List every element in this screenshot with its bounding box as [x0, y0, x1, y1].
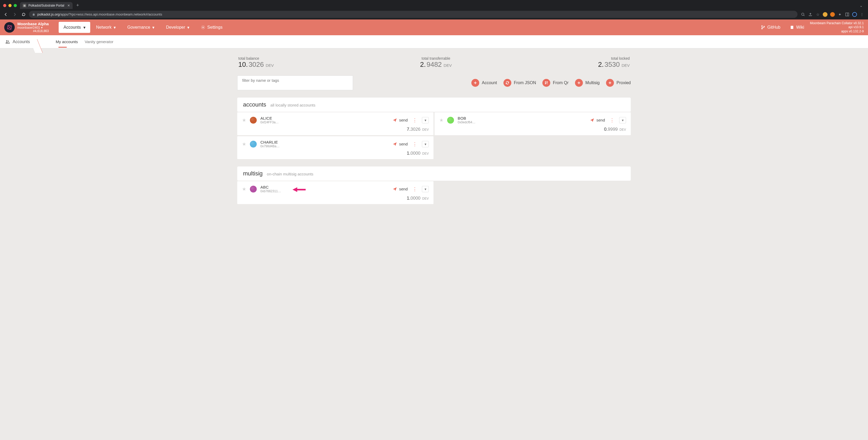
chrome-menu-icon[interactable]: ⋮	[860, 12, 864, 17]
share-icon[interactable]	[808, 12, 813, 17]
menu-icon[interactable]: ⋮	[411, 117, 418, 123]
account-card-alice: ★ ALICE 0xf24FF3a… send ⋮ ▾	[237, 112, 433, 135]
send-button[interactable]: send	[393, 118, 408, 122]
block-number: #4,618,863	[18, 29, 49, 33]
nav-forward-icon[interactable]	[11, 11, 19, 18]
nav-wiki[interactable]: Wiki	[786, 20, 808, 35]
multisig-grid: ★ ABC 0xb7662311… send ⋮ ▾	[237, 181, 631, 204]
avatar-icon	[250, 117, 257, 124]
multisig-button[interactable]: Multisig	[575, 79, 600, 87]
account-balance: 1.0000 DEV	[242, 148, 429, 156]
nav-back-icon[interactable]	[2, 11, 9, 18]
send-button[interactable]: send	[590, 118, 605, 122]
new-tab-button[interactable]: +	[74, 2, 81, 9]
svg-point-24	[8, 40, 9, 41]
annotation-arrow-icon	[292, 186, 306, 193]
svg-line-16	[204, 28, 205, 29]
extension-metamask-icon[interactable]	[830, 12, 835, 17]
chain-sub: moonbase/2401 ▾	[18, 26, 49, 29]
gear-icon	[201, 25, 205, 29]
zoom-icon[interactable]	[801, 12, 805, 17]
section-subtitle: on-chain multisig accounts	[267, 172, 313, 176]
tab-overflow-icon[interactable]: ⌄	[857, 3, 866, 8]
close-window[interactable]	[3, 4, 6, 7]
extension-polkadot-icon[interactable]	[823, 12, 828, 17]
avatar-icon	[250, 186, 257, 192]
breadcrumb[interactable]: Accounts	[5, 39, 36, 44]
account-name: ALICE	[260, 116, 279, 121]
version-info: Moonbeam Parachain Collator v0.32.1 api …	[810, 21, 864, 34]
menu-icon[interactable]: ⋮	[609, 117, 616, 123]
favorite-star-icon[interactable]: ★	[439, 117, 443, 123]
favorite-star-icon[interactable]: ★	[242, 186, 246, 192]
nav-developer[interactable]: Developer▾	[160, 20, 195, 35]
menu-icon[interactable]: ⋮	[411, 141, 418, 147]
profile-avatar-icon[interactable]	[852, 12, 857, 17]
from-qr-button[interactable]: From Qr	[542, 79, 569, 87]
sub-nav: Accounts My accounts Vanity generator	[0, 35, 868, 49]
svg-rect-27	[545, 82, 546, 83]
nav-network[interactable]: Network▾	[90, 20, 122, 35]
send-button[interactable]: send	[393, 142, 408, 146]
book-icon	[790, 25, 794, 29]
nav-accounts[interactable]: Accounts ▾	[59, 22, 90, 33]
toolbar-icons: ☆ ✦ ⋮	[799, 12, 866, 17]
svg-rect-31	[547, 84, 548, 84]
avatar-icon	[447, 117, 454, 124]
favorite-star-icon[interactable]: ★	[242, 117, 246, 123]
expand-toggle[interactable]: ▾	[619, 117, 626, 123]
svg-rect-22	[791, 26, 793, 29]
maximize-window[interactable]	[14, 4, 17, 7]
send-icon	[393, 142, 397, 146]
tab-close-icon[interactable]: ✕	[67, 4, 70, 7]
account-card-charlie: ★ CHARLIE 0x798d4Ba… send ⋮ ▾	[237, 136, 433, 159]
qr-icon	[542, 79, 550, 87]
send-button[interactable]: send	[393, 187, 408, 191]
account-address: 0xb7662311…	[260, 189, 281, 193]
minimize-window[interactable]	[8, 4, 11, 7]
svg-line-15	[202, 26, 202, 27]
panel-icon[interactable]	[845, 12, 849, 17]
send-icon	[393, 187, 397, 191]
svg-point-20	[762, 28, 763, 29]
svg-rect-28	[547, 82, 548, 83]
url-field[interactable]: polkadot.js.org/apps/?rpc=wss://wss.api.…	[29, 11, 798, 18]
bookmark-star-icon[interactable]: ☆	[815, 12, 820, 17]
account-name: CHARLIE	[260, 140, 280, 145]
expand-toggle[interactable]: ▾	[422, 186, 429, 192]
plus-icon	[471, 79, 479, 87]
tab-my-accounts[interactable]: My accounts	[55, 36, 79, 48]
send-icon	[393, 118, 397, 122]
proxied-button[interactable]: Proxied	[606, 79, 631, 87]
favorite-star-icon[interactable]: ★	[242, 141, 246, 147]
chevron-down-icon: ▾	[41, 26, 42, 29]
extensions-puzzle-icon[interactable]: ✦	[837, 12, 842, 17]
from-json-button[interactable]: From JSON	[503, 79, 536, 87]
browser-chrome: ▦ Polkadot/Substrate Portal ✕ + ⌄ polkad…	[0, 0, 868, 20]
expand-toggle[interactable]: ▾	[422, 117, 429, 123]
menu-icon[interactable]: ⋮	[411, 186, 418, 192]
nav-governance[interactable]: Governance▾	[122, 20, 160, 35]
accounts-grid: ★ ALICE 0xf24FF3a… send ⋮ ▾	[237, 112, 631, 159]
filter-input-wrap[interactable]	[237, 75, 353, 90]
plus-icon	[606, 79, 614, 87]
nav-settings[interactable]: Settings	[195, 20, 228, 35]
people-icon	[5, 40, 10, 44]
account-balance: 7.3026 DEV	[242, 124, 429, 132]
expand-toggle[interactable]: ▾	[422, 141, 429, 147]
filter-input[interactable]	[242, 78, 348, 83]
svg-rect-29	[545, 83, 546, 84]
plus-icon	[575, 79, 583, 87]
browser-tab[interactable]: ▦ Polkadot/Substrate Portal ✕	[20, 2, 72, 9]
svg-rect-30	[547, 83, 547, 84]
nav-github[interactable]: GitHub	[757, 20, 784, 35]
chain-selector[interactable]: Moonbase Alpha moonbase/2401 ▾ #4,618,86…	[4, 22, 49, 33]
reload-icon[interactable]	[20, 11, 27, 18]
send-icon	[590, 118, 594, 122]
account-address: 0x798d4Ba…	[260, 145, 280, 148]
window-controls	[2, 3, 19, 8]
add-account-button[interactable]: Account	[471, 79, 497, 87]
caret-down-icon: ▾	[187, 25, 189, 30]
tab-vanity[interactable]: Vanity generator	[84, 36, 114, 48]
primary-nav: Accounts ▾ Network▾ Governance▾ Develope…	[59, 20, 228, 35]
